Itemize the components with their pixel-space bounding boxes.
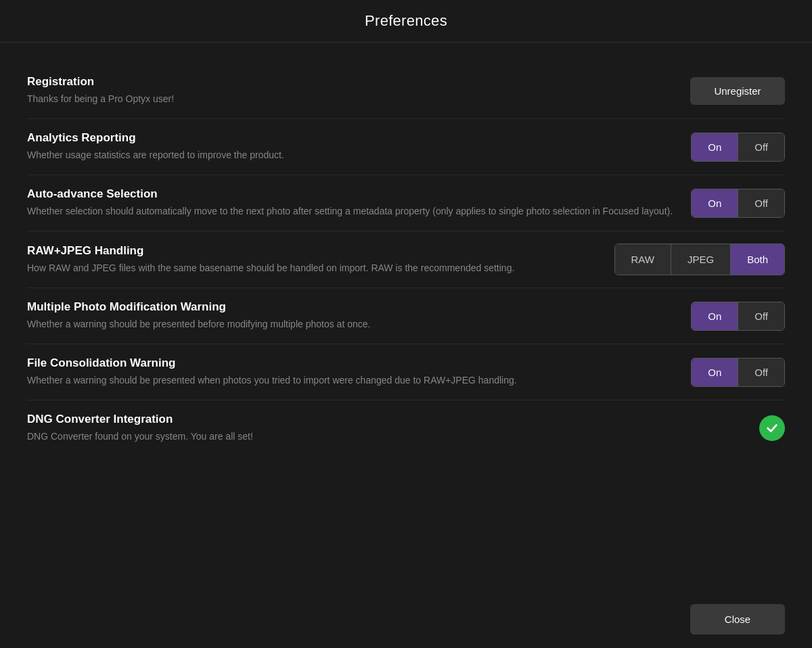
pref-text-raw-jpeg: RAW+JPEG Handling How RAW and JPEG files…	[27, 244, 601, 275]
pref-control-registration: Unregister	[690, 77, 785, 105]
pref-desc-raw-jpeg: How RAW and JPEG files with the same bas…	[27, 261, 601, 275]
pref-title-analytics: Analytics Reporting	[27, 131, 677, 145]
both-button[interactable]: Both	[730, 244, 784, 275]
file-consolidation-on-button[interactable]: On	[692, 358, 738, 386]
pref-desc-multiple-photo: Whether a warning should be presented be…	[27, 317, 677, 331]
jpeg-button[interactable]: JPEG	[671, 244, 730, 275]
pref-control-file-consolidation: On Off	[691, 358, 785, 387]
footer: Close	[690, 604, 785, 634]
pref-text-auto-advance: Auto-advance Selection Whether selection…	[27, 187, 677, 218]
auto-advance-on-button[interactable]: On	[692, 189, 738, 217]
file-consolidation-off-button[interactable]: Off	[738, 358, 784, 386]
analytics-off-button[interactable]: Off	[738, 133, 784, 161]
pref-title-registration: Registration	[27, 75, 677, 89]
preference-row-dng-converter: DNG Converter Integration DNG Converter …	[27, 400, 785, 456]
analytics-on-button[interactable]: On	[692, 133, 738, 161]
multiple-photo-toggle-group: On Off	[691, 302, 785, 331]
pref-desc-dng-converter: DNG Converter found on your system. You …	[27, 430, 683, 444]
pref-title-auto-advance: Auto-advance Selection	[27, 187, 677, 201]
pref-desc-auto-advance: Whether selection should automatically m…	[27, 204, 677, 218]
pref-desc-registration: Thanks for being a Pro Optyx user!	[27, 92, 677, 106]
close-button[interactable]: Close	[690, 604, 785, 634]
multiple-photo-off-button[interactable]: Off	[738, 302, 784, 330]
auto-advance-off-button[interactable]: Off	[738, 189, 784, 217]
page-title: Preferences	[0, 12, 812, 30]
pref-title-dng-converter: DNG Converter Integration	[27, 413, 683, 426]
preference-row-raw-jpeg: RAW+JPEG Handling How RAW and JPEG files…	[27, 231, 785, 288]
raw-jpeg-toggle-group: RAW JPEG Both	[614, 244, 786, 275]
pref-text-registration: Registration Thanks for being a Pro Opty…	[27, 75, 677, 106]
analytics-toggle-group: On Off	[691, 133, 785, 162]
preference-row-registration: Registration Thanks for being a Pro Opty…	[27, 63, 785, 119]
raw-button[interactable]: RAW	[615, 244, 671, 275]
pref-text-analytics: Analytics Reporting Whether usage statis…	[27, 131, 677, 162]
multiple-photo-on-button[interactable]: On	[692, 302, 738, 330]
checkmark-svg	[765, 421, 780, 436]
pref-title-raw-jpeg: RAW+JPEG Handling	[27, 244, 601, 258]
preference-row-file-consolidation: File Consolidation Warning Whether a war…	[27, 344, 785, 400]
pref-control-dng-converter	[759, 415, 785, 441]
pref-control-raw-jpeg: RAW JPEG Both	[614, 244, 786, 275]
pref-text-dng-converter: DNG Converter Integration DNG Converter …	[27, 413, 683, 444]
dng-check-icon	[759, 415, 785, 441]
pref-title-multiple-photo: Multiple Photo Modification Warning	[27, 300, 677, 314]
preference-row-auto-advance: Auto-advance Selection Whether selection…	[27, 175, 785, 231]
pref-text-multiple-photo: Multiple Photo Modification Warning Whet…	[27, 300, 677, 331]
pref-text-file-consolidation: File Consolidation Warning Whether a war…	[27, 356, 677, 388]
pref-desc-file-consolidation: Whether a warning should be presented wh…	[27, 373, 677, 388]
auto-advance-toggle-group: On Off	[691, 189, 785, 218]
preferences-content: Registration Thanks for being a Pro Opty…	[0, 43, 812, 476]
unregister-button[interactable]: Unregister	[690, 77, 785, 105]
title-bar: Preferences	[0, 0, 812, 43]
pref-title-file-consolidation: File Consolidation Warning	[27, 356, 677, 370]
preference-row-multiple-photo: Multiple Photo Modification Warning Whet…	[27, 288, 785, 344]
pref-control-multiple-photo: On Off	[691, 302, 785, 331]
pref-desc-analytics: Whether usage statistics are reported to…	[27, 148, 677, 162]
preference-row-analytics: Analytics Reporting Whether usage statis…	[27, 119, 785, 175]
pref-control-auto-advance: On Off	[691, 189, 785, 218]
pref-control-analytics: On Off	[691, 133, 785, 162]
file-consolidation-toggle-group: On Off	[691, 358, 785, 387]
